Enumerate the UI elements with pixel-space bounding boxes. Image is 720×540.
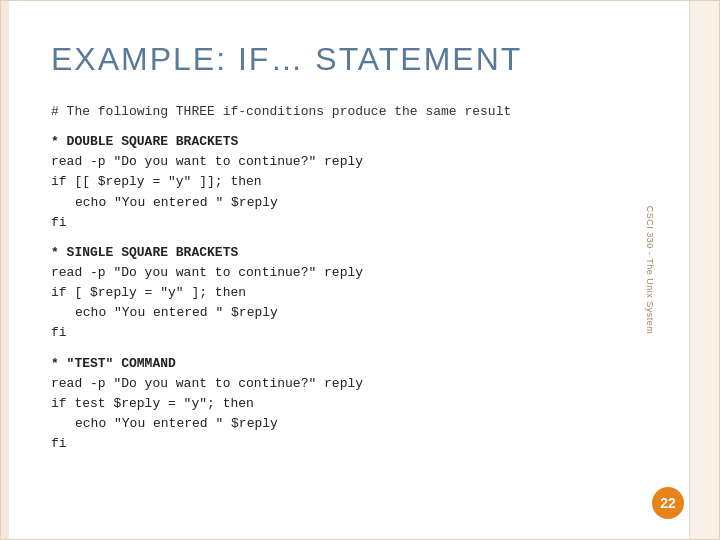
slide-title: EXAMPLE: IF… STATEMENT — [51, 41, 669, 78]
section-1-label: * DOUBLE SQUARE BRACKETS — [51, 132, 669, 152]
slide-content: # The following THREE if-conditions prod… — [51, 102, 669, 454]
section-3-line-3: echo "You entered " $reply — [51, 414, 669, 434]
section-2-line-2: if [ $reply = "y" ]; then — [51, 283, 669, 303]
section-1-line-3: echo "You entered " $reply — [51, 193, 669, 213]
section-2-line-4: fi — [51, 323, 669, 343]
section-2: * SINGLE SQUARE BRACKETS read -p "Do you… — [51, 243, 669, 344]
section-1-line-4: fi — [51, 213, 669, 233]
section-1-line-1: read -p "Do you want to continue?" reply — [51, 152, 669, 172]
section-1: * DOUBLE SQUARE BRACKETS read -p "Do you… — [51, 132, 669, 233]
section-2-label: * SINGLE SQUARE BRACKETS — [51, 243, 669, 263]
slide: EXAMPLE: IF… STATEMENT # The following T… — [0, 0, 720, 540]
section-3-line-4: fi — [51, 434, 669, 454]
section-2-line-1: read -p "Do you want to continue?" reply — [51, 263, 669, 283]
page-number-badge: 22 — [652, 487, 684, 519]
section-3-label: * "TEST" COMMAND — [51, 354, 669, 374]
section-3-line-2: if test $reply = "y"; then — [51, 394, 669, 414]
section-3-line-1: read -p "Do you want to continue?" reply — [51, 374, 669, 394]
right-strip: CSCI 330 - The Unix System — [689, 1, 719, 539]
section-2-line-3: echo "You entered " $reply — [51, 303, 669, 323]
section-1-line-2: if [[ $reply = "y" ]]; then — [51, 172, 669, 192]
intro-comment: # The following THREE if-conditions prod… — [51, 102, 669, 122]
section-3: * "TEST" COMMAND read -p "Do you want to… — [51, 354, 669, 455]
side-label: CSCI 330 - The Unix System — [645, 206, 655, 334]
